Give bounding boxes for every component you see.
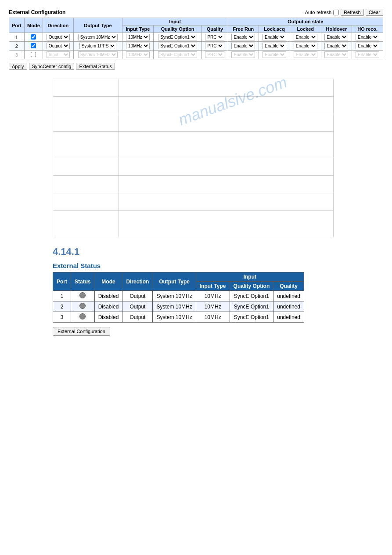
config-locked-0[interactable]: Enable: [290, 33, 321, 42]
config-freerun-0[interactable]: Enable: [228, 33, 259, 42]
input-type-select-1[interactable]: 10MHz: [126, 43, 150, 49]
mid-left-5: [53, 176, 119, 193]
config-mode-1[interactable]: [24, 42, 43, 51]
config-quality-option-2[interactable]: SyncE Option1: [154, 51, 202, 59]
status-col-output-type: Output Type: [153, 272, 196, 291]
quality-select-0[interactable]: PRC: [205, 34, 224, 40]
mode-checkbox-2[interactable]: [31, 52, 36, 57]
status-table-row: 1 Disabled Output System 10MHz 10MHz Syn…: [53, 291, 304, 301]
direction-select-0[interactable]: Output Input: [47, 34, 70, 40]
config-direction-2[interactable]: Output Input: [43, 51, 74, 59]
quality-option-select-0[interactable]: SyncE Option1: [158, 34, 197, 40]
locked-select-2[interactable]: Enable: [294, 51, 317, 58]
apply-button[interactable]: Apply: [9, 63, 27, 70]
status-mode-0: Disabled: [94, 291, 122, 301]
mid-table-row: [53, 176, 334, 193]
quality-select-2[interactable]: PRC: [205, 51, 224, 58]
config-locked-2[interactable]: Enable: [290, 51, 321, 59]
mid-left-7: [53, 211, 119, 237]
config-input-type-0[interactable]: 10MHz: [122, 33, 154, 42]
config-output-type-2[interactable]: System 10MHz: [73, 51, 122, 59]
status-col-quality: Quality: [273, 282, 304, 291]
holdover-select-0[interactable]: Enable: [324, 34, 348, 40]
config-lockacq-0[interactable]: Enable: [259, 33, 290, 42]
holdover-select-2[interactable]: Enable: [324, 51, 348, 58]
freerun-select-0[interactable]: Enable: [231, 34, 255, 40]
config-quality-1[interactable]: PRC: [202, 42, 228, 51]
config-holdover-1[interactable]: Enable: [321, 42, 352, 51]
synccenter-config-button[interactable]: SyncCenter config: [29, 63, 75, 70]
config-freerun-2[interactable]: Enable: [228, 51, 259, 59]
input-type-select-0[interactable]: 10MHz: [126, 34, 150, 40]
status-output-type-1: System 10MHz: [153, 301, 196, 312]
col-direction: Direction: [43, 18, 74, 33]
status-dot-1: [79, 303, 86, 309]
holdover-select-1[interactable]: Enable: [324, 43, 348, 49]
config-lockacq-2[interactable]: Enable: [259, 51, 290, 59]
freerun-select-1[interactable]: Enable: [231, 43, 255, 49]
config-holdover-2[interactable]: Enable: [321, 51, 352, 59]
col-input-type: Input Type: [122, 25, 154, 33]
input-type-select-2[interactable]: 10MHz: [126, 51, 150, 58]
locked-select-0[interactable]: Enable: [294, 34, 317, 40]
horeco-select-0[interactable]: Enable: [356, 34, 379, 40]
quality-option-select-2[interactable]: SyncE Option1: [158, 51, 197, 58]
lockacq-select-1[interactable]: Enable: [263, 43, 286, 49]
config-input-type-2[interactable]: 10MHz: [122, 51, 154, 59]
config-horeco-1[interactable]: Enable: [352, 42, 383, 51]
config-holdover-0[interactable]: Enable: [321, 33, 352, 42]
status-dot-cell-0: [71, 291, 95, 301]
direction-select-1[interactable]: Output Input: [47, 43, 70, 49]
mid-left-4: [53, 158, 119, 176]
horeco-select-2[interactable]: Enable: [356, 51, 379, 58]
clear-button[interactable]: Clear: [366, 9, 383, 16]
mid-section: [53, 79, 334, 237]
config-direction-1[interactable]: Output Input: [43, 42, 74, 51]
ext-config-link-button[interactable]: External Configuration: [53, 327, 110, 336]
status-quality-option-1: SyncE Option1: [230, 301, 273, 312]
locked-select-1[interactable]: Enable: [294, 43, 317, 49]
col-quality-option: Quality Option: [154, 25, 202, 33]
output-type-select-0[interactable]: System 10MHz: [78, 34, 118, 40]
refresh-button[interactable]: Refresh: [341, 9, 364, 16]
col-mode: Mode: [24, 18, 43, 33]
mid-right-5: [119, 176, 334, 193]
config-quality-2[interactable]: PRC: [202, 51, 228, 59]
freerun-select-2[interactable]: Enable: [231, 51, 255, 58]
config-input-type-1[interactable]: 10MHz: [122, 42, 154, 51]
lockacq-select-0[interactable]: Enable: [263, 34, 286, 40]
mid-right-2: [119, 114, 334, 132]
section-number: 4.14.1: [53, 246, 383, 258]
output-type-select-2[interactable]: System 10MHz: [78, 51, 118, 58]
output-type-select-1[interactable]: System 1PPS: [79, 43, 116, 49]
mid-right-4: [119, 158, 334, 176]
config-direction-0[interactable]: Output Input: [43, 33, 74, 42]
config-quality-option-0[interactable]: SyncE Option1: [154, 33, 202, 42]
config-output-type-1[interactable]: System 1PPS: [73, 42, 122, 51]
config-quality-0[interactable]: PRC: [202, 33, 228, 42]
status-direction-2: Output: [122, 312, 153, 323]
config-quality-option-1[interactable]: SyncE Option1: [154, 42, 202, 51]
quality-option-select-1[interactable]: SyncE Option1: [158, 43, 197, 49]
direction-select-2[interactable]: Output Input: [47, 51, 70, 58]
status-direction-1: Output: [122, 301, 153, 312]
config-lockacq-1[interactable]: Enable: [259, 42, 290, 51]
config-freerun-1[interactable]: Enable: [228, 42, 259, 51]
auto-refresh-checkbox[interactable]: [333, 10, 339, 15]
config-mode-2[interactable]: [24, 51, 43, 59]
mid-right-6: [119, 193, 334, 211]
lockacq-select-2[interactable]: Enable: [263, 51, 286, 58]
config-output-type-0[interactable]: System 10MHz: [73, 33, 122, 42]
mode-checkbox-1[interactable]: [31, 43, 36, 48]
horeco-select-1[interactable]: Enable: [356, 43, 379, 49]
mode-checkbox-0[interactable]: [31, 34, 36, 40]
ext-status-section: External Status Port Status Mode Directi…: [53, 262, 383, 336]
quality-select-1[interactable]: PRC: [205, 43, 224, 49]
config-horeco-2[interactable]: Enable: [352, 51, 383, 59]
external-status-button[interactable]: External Status: [76, 63, 115, 70]
config-mode-0[interactable]: [24, 33, 43, 42]
status-port-1: 2: [53, 301, 71, 312]
config-locked-1[interactable]: Enable: [290, 42, 321, 51]
mid-left-3: [53, 132, 119, 158]
config-horeco-0[interactable]: Enable: [352, 33, 383, 42]
